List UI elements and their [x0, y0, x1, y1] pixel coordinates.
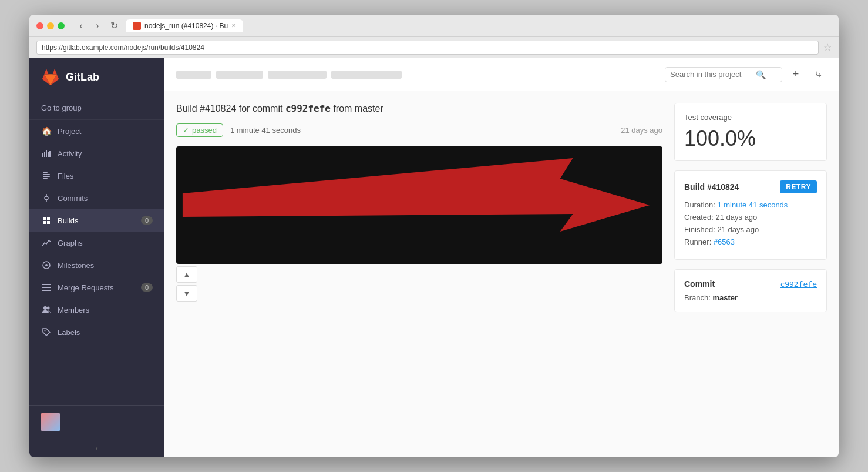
status-label: passed — [192, 126, 217, 135]
build-from-label: from — [333, 103, 352, 113]
maximize-button[interactable] — [58, 22, 65, 29]
traffic-lights — [36, 22, 65, 29]
sidebar-collapse-button[interactable]: ‹ — [29, 438, 164, 457]
build-created-row: Created: 21 days ago — [684, 213, 817, 222]
svg-rect-16 — [42, 290, 51, 291]
merge-requests-badge: 0 — [141, 283, 153, 292]
browser-tab[interactable]: nodejs_run (#410824) · Bu ✕ — [126, 19, 243, 32]
build-commit-hash: c992fefe — [285, 103, 331, 114]
browser-titlebar: ‹ › ↻ nodejs_run (#410824) · Bu ✕ — [29, 15, 839, 37]
expand-up-button[interactable]: ▲ — [176, 266, 197, 283]
svg-rect-3 — [48, 152, 49, 157]
close-button[interactable] — [36, 22, 43, 29]
user-avatar[interactable] — [41, 413, 60, 431]
duration-value[interactable]: 1 minute 41 seconds — [717, 200, 788, 209]
commit-label: Commit — [684, 279, 715, 289]
home-icon: 🏠 — [41, 126, 52, 136]
svg-rect-6 — [43, 174, 50, 175]
sidebar-item-builds[interactable]: Builds 0 — [29, 209, 164, 232]
sidebar-item-milestones[interactable]: Milestones — [29, 254, 164, 276]
sidebar-item-commits[interactable]: Commits — [29, 187, 164, 209]
build-main: Build #410824 for commit c992fefe from m… — [176, 103, 662, 446]
retry-button[interactable]: RETRY — [780, 180, 817, 193]
files-icon — [41, 170, 52, 181]
browser-addressbar: ☆ — [29, 37, 839, 58]
created-label: Created: — [684, 213, 714, 222]
minimize-button[interactable] — [47, 22, 54, 29]
commits-icon — [41, 193, 52, 203]
search-box[interactable]: 🔍 — [665, 67, 782, 82]
build-info-card: Build #410824 RETRY Duration: 1 minute 4… — [674, 170, 827, 260]
commit-hash[interactable]: c992fefe — [780, 280, 817, 289]
sidebar-label-members: Members — [58, 306, 89, 314]
builds-icon — [41, 215, 52, 226]
forward-button[interactable]: › — [90, 19, 105, 33]
svg-rect-14 — [42, 284, 51, 285]
svg-rect-15 — [42, 287, 51, 288]
bookmark-icon[interactable]: ☆ — [823, 42, 832, 53]
duration-label: Duration: — [684, 200, 715, 209]
add-button[interactable]: + — [787, 66, 805, 83]
page-body: Build #410824 for commit c992fefe from m… — [164, 91, 839, 457]
breadcrumb-item-4 — [331, 71, 402, 79]
graphs-icon — [41, 237, 52, 248]
search-input[interactable] — [670, 70, 752, 79]
svg-point-18 — [47, 307, 50, 310]
sidebar-label-files: Files — [58, 172, 73, 180]
header-actions: 🔍 + ⤷ — [665, 66, 827, 83]
build-status-bar: ✓ passed 1 minute 41 seconds 21 days ago — [176, 123, 662, 137]
commit-branch-label: Branch: — [684, 293, 711, 302]
runner-value[interactable]: #6563 — [714, 237, 735, 246]
main-header: 🔍 + ⤷ — [164, 58, 839, 91]
sidebar-item-members[interactable]: Members — [29, 299, 164, 321]
tab-close-button[interactable]: ✕ — [231, 22, 236, 29]
build-runner-row: Runner: #6563 — [684, 237, 817, 246]
sidebar-item-labels[interactable]: Labels — [29, 321, 164, 343]
expand-down-button[interactable]: ▼ — [176, 285, 197, 302]
brand-name: GitLab — [66, 71, 99, 83]
sidebar-item-files[interactable]: Files — [29, 165, 164, 187]
search-icon: 🔍 — [756, 70, 766, 79]
merge-requests-icon — [41, 282, 52, 293]
breadcrumb — [176, 71, 655, 79]
back-button[interactable]: ‹ — [74, 19, 88, 33]
builds-badge: 0 — [141, 216, 153, 225]
build-title-prefix: Build #410824 for commit — [176, 103, 282, 113]
sidebar-item-go-to-group[interactable]: Go to group — [29, 96, 164, 120]
build-sidebar: Test coverage 100.0% Build #410824 RETRY… — [674, 103, 827, 446]
sidebar-item-merge-requests[interactable]: Merge Requests 0 — [29, 276, 164, 299]
finished-label: Finished: — [684, 225, 715, 234]
build-duration-row: Duration: 1 minute 41 seconds — [684, 200, 817, 209]
build-duration: 1 minute 41 seconds — [230, 126, 301, 135]
signout-icon[interactable]: ⤷ — [809, 66, 827, 83]
browser-nav: ‹ › ↻ — [74, 19, 121, 33]
test-coverage-label: Test coverage — [684, 113, 817, 122]
address-input[interactable] — [36, 41, 819, 55]
refresh-button[interactable]: ↻ — [107, 19, 121, 33]
test-coverage-value: 100.0% — [684, 126, 817, 151]
gitlab-logo-icon — [41, 68, 60, 86]
sidebar: GitLab Go to group 🏠 Project Activity — [29, 58, 164, 457]
breadcrumb-item-2 — [216, 71, 263, 79]
annotation-arrow — [176, 146, 662, 264]
sidebar-label-builds: Builds — [58, 216, 78, 225]
sidebar-label-milestones: Milestones — [58, 261, 94, 270]
sidebar-brand: GitLab — [29, 58, 164, 96]
breadcrumb-item-3 — [268, 71, 327, 79]
sidebar-nav: 🏠 Project Activity Files — [29, 120, 164, 405]
svg-rect-0 — [42, 153, 43, 157]
tab-favicon — [133, 22, 141, 30]
main-content: 🔍 + ⤷ Build #410824 for commit c992fefe … — [164, 58, 839, 457]
sidebar-label-merge-requests: Merge Requests — [58, 283, 113, 292]
sidebar-label-activity: Activity — [58, 149, 82, 158]
sidebar-item-graphs[interactable]: Graphs — [29, 232, 164, 254]
sidebar-item-project[interactable]: 🏠 Project — [29, 120, 164, 142]
commit-branch-row: Branch: master — [684, 293, 817, 302]
commit-branch-value: master — [712, 293, 738, 302]
sidebar-label-project: Project — [58, 127, 81, 136]
sidebar-item-activity[interactable]: Activity — [29, 142, 164, 165]
build-status-badge: ✓ passed — [176, 123, 223, 137]
activity-icon — [41, 148, 52, 159]
breadcrumb-item-1 — [176, 71, 211, 79]
svg-rect-5 — [43, 172, 48, 173]
